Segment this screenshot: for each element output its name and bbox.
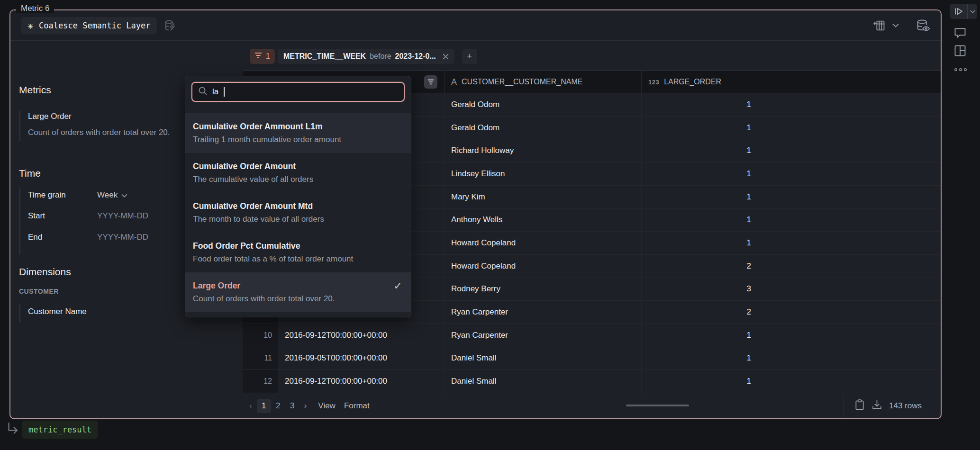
table-row: 122016-09-12T00:00:00+00:00Daniel Small1 xyxy=(243,370,941,393)
empty-cell xyxy=(758,370,941,393)
comment-icon[interactable] xyxy=(953,27,967,41)
dropdown-option[interactable]: Cumulative Order AmountThe cumulative va… xyxy=(185,153,411,193)
value-cell: 1 xyxy=(642,370,758,393)
empty-cell xyxy=(758,93,941,116)
dropdown-option-description: Food order total as a % of total order a… xyxy=(193,252,403,266)
dropdown-option-title: Food Order Pct Cumulative xyxy=(193,239,403,252)
dimension-item[interactable]: Customer Name xyxy=(28,307,87,316)
column-header-customer-name[interactable]: A CUSTOMER__CUSTOMER_NAME xyxy=(445,71,642,93)
customer-cell: Anthony Wells xyxy=(445,208,642,231)
end-date-label: End xyxy=(28,233,42,242)
search-query: la xyxy=(212,87,218,97)
row-index-cell: 10 xyxy=(243,324,278,347)
format-button[interactable]: Format xyxy=(344,401,370,411)
value-cell: 1 xyxy=(642,117,758,139)
page-button-2[interactable]: 2 xyxy=(271,399,285,413)
semantic-layer-chip[interactable]: ✳ Coalesce Semantic Layer xyxy=(21,17,157,34)
search-input[interactable]: la xyxy=(191,82,405,102)
customer-cell: Daniel Small xyxy=(445,370,642,393)
prev-page-icon[interactable]: ‹ xyxy=(246,401,255,411)
filter-chip[interactable]: METRIC_TIME__WEEK before 2023-12-0... xyxy=(278,49,454,64)
column-filter-icon[interactable] xyxy=(424,75,437,89)
row-index-cell: 11 xyxy=(243,347,278,370)
download-icon[interactable] xyxy=(871,399,882,412)
customer-cell: Ryan Carpenter xyxy=(445,324,642,347)
result-variable-chip[interactable]: metric_result xyxy=(22,421,98,439)
customer-cell: Daniel Small xyxy=(445,347,642,370)
add-filter-button[interactable]: + xyxy=(462,49,477,64)
empty-cell xyxy=(758,347,941,370)
horizontal-scrollbar[interactable] xyxy=(626,405,689,406)
date-cell: 2016-09-05T00:00:00+00:00 xyxy=(278,347,445,370)
metrics-section-title: Metrics xyxy=(19,84,51,96)
check-icon: ✓ xyxy=(394,280,402,292)
run-options-chevron-icon[interactable] xyxy=(968,10,977,13)
page-button-1[interactable]: 1 xyxy=(257,399,271,413)
view-button[interactable]: View xyxy=(318,401,336,411)
dropdown-option[interactable]: Large OrderCount of orders with order to… xyxy=(185,272,411,312)
dropdown-option-description: Trailing 1 month cumulative order amount xyxy=(193,133,403,146)
dropdown-option-description: Count of orders with order total over 20… xyxy=(193,292,403,306)
number-type-icon: 123 xyxy=(648,79,659,86)
dropdown-option-description: The cumulative value of all orders xyxy=(193,173,403,186)
row-count: 143 rows xyxy=(889,401,922,411)
search-results-list: Cumulative Order Ammount L1mTrailing 1 m… xyxy=(185,113,411,312)
dropdown-option[interactable]: Cumulative Order Ammount L1mTrailing 1 m… xyxy=(185,113,411,153)
close-icon[interactable] xyxy=(443,54,449,60)
value-cell: 2 xyxy=(642,301,758,324)
copy-icon[interactable] xyxy=(854,399,865,413)
table-row: 112016-09-05T00:00:00+00:00Daniel Small1 xyxy=(243,347,941,370)
table-export-icon[interactable] xyxy=(872,19,886,32)
filter-operator: before xyxy=(370,52,391,61)
value-cell: 1 xyxy=(642,347,758,370)
filter-count-chip[interactable]: 1 xyxy=(250,49,275,64)
semantic-layer-label: Coalesce Semantic Layer xyxy=(39,21,150,30)
time-grain-select[interactable]: Week xyxy=(97,190,127,200)
customer-cell: Mary Kim xyxy=(445,186,642,208)
value-cell: 1 xyxy=(642,232,758,254)
metric-item-name[interactable]: Large Order xyxy=(28,112,72,121)
database-view-icon[interactable] xyxy=(916,19,930,32)
text-type-icon: A xyxy=(451,77,457,87)
snowflake-icon: ✳ xyxy=(27,21,33,30)
date-cell: 2016-09-12T00:00:00+00:00 xyxy=(278,370,445,393)
empty-cell xyxy=(758,139,941,162)
value-cell: 1 xyxy=(642,162,758,185)
dropdown-option-title: Cumulative Order Amount Mtd xyxy=(193,199,403,213)
dropdown-option-description: The month to date value of all orders xyxy=(193,213,403,226)
table-footer: ‹ 123 › View Format xyxy=(243,393,941,418)
empty-cell xyxy=(758,301,941,324)
customer-cell: Gerald Odom xyxy=(445,117,642,139)
customer-cell: Lindsey Ellison xyxy=(445,162,642,185)
date-cell: 2016-09-12T00:00:00+00:00 xyxy=(278,324,445,347)
dropdown-option[interactable]: Food Order Pct CumulativeFood order tota… xyxy=(185,233,411,272)
empty-cell xyxy=(758,208,941,231)
dropdown-option[interactable]: Cumulative Order Amount MtdThe month to … xyxy=(185,193,411,233)
more-options-icon[interactable] xyxy=(953,65,968,74)
page-button-3[interactable]: 3 xyxy=(285,399,299,413)
indent-guide xyxy=(19,304,20,323)
dimension-group-label: CUSTOMER xyxy=(19,288,59,295)
metric-cell-page: ✳ Coalesce Semantic Layer xyxy=(0,0,980,450)
customer-cell: Howard Copeland xyxy=(445,255,642,278)
cell-title[interactable]: Metric 6 xyxy=(16,4,54,13)
table-footer-right: 143 rows xyxy=(844,393,941,418)
value-cell: 1 xyxy=(642,139,758,162)
chevron-down-icon[interactable] xyxy=(892,23,899,27)
dropdown-option-title: Cumulative Order Ammount L1m xyxy=(193,120,403,133)
layout-icon[interactable] xyxy=(953,45,967,59)
next-page-icon[interactable]: › xyxy=(301,401,310,411)
metric-panel: ✳ Coalesce Semantic Layer xyxy=(9,9,942,419)
empty-cell xyxy=(758,278,941,301)
plus-icon: + xyxy=(467,51,472,62)
run-cell-button[interactable] xyxy=(950,4,977,19)
end-date-input[interactable]: YYYY-MM-DD xyxy=(97,233,148,242)
column-header-large-order[interactable]: 123 LARGE_ORDER xyxy=(642,71,758,93)
value-cell: 1 xyxy=(642,93,758,116)
start-date-input[interactable]: YYYY-MM-DD xyxy=(97,211,148,221)
row-index-cell: 12 xyxy=(243,370,278,393)
time-section-title: Time xyxy=(19,168,41,179)
empty-column-header xyxy=(758,71,941,93)
database-lightning-icon[interactable] xyxy=(163,19,177,32)
dimensions-section-title: Dimensions xyxy=(19,266,71,278)
